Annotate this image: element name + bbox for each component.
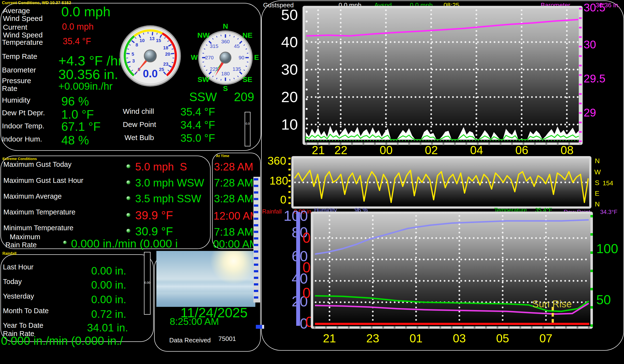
y-axis-right-label: 30.5 [584, 2, 605, 13]
pressure-rate-value: +0.009in./hr [58, 81, 113, 91]
status-led [127, 164, 130, 168]
svg-text:W: W [191, 53, 198, 61]
wind-chill-trend-bar: 0.0 [245, 112, 251, 146]
extreme-row-value: 30.9 °F [135, 226, 173, 237]
dew-pt-depr-label: Dew Pt Depr. [2, 109, 45, 117]
wind-y-label: 0 [280, 194, 286, 205]
svg-text:18: 18 [163, 45, 168, 50]
y-axis-label: 50 [269, 7, 298, 22]
temp-rate-label: Temp Rate [2, 52, 37, 60]
rain-rate-value: 0.000 in./min (0.000 in./ [1, 335, 123, 347]
x-axis-label: 05 [496, 333, 509, 344]
wind-right-label: N [595, 157, 600, 165]
svg-text:90: 90 [238, 55, 244, 60]
rain-scale-ticks [254, 178, 258, 301]
extreme-row-value: 3.5 mph SSW [135, 193, 201, 204]
wind-y-label: 360 [267, 155, 286, 166]
svg-text:45: 45 [234, 43, 239, 49]
x-axis-label: 21 [323, 333, 336, 344]
x-axis-label: 21 [312, 144, 325, 156]
indoor-temp-label: Indoor Temp. [2, 122, 45, 130]
temp-rate-value: +4.3 °F /hr [58, 54, 123, 68]
svg-text:SE: SE [242, 75, 252, 83]
green-dot-column [590, 215, 593, 327]
extreme-row-label: Maximum Temperature [3, 208, 75, 216]
wind-chill-label: Wind chill [123, 107, 154, 115]
svg-text:20: 20 [165, 52, 170, 57]
wet-bulb-value: 35.0 °F [181, 133, 215, 143]
humidity-temp-plot [311, 211, 593, 329]
indoor-hum-label: Indoor Hum. [2, 135, 42, 143]
time-value: 8:25:00 AM [170, 317, 219, 326]
x-axis-label: 04 [470, 144, 483, 156]
wind-right-label: W [594, 168, 601, 176]
indoor-temp-value: 67.1 °F [61, 121, 101, 133]
rain-gauge-bar: 0.00 [144, 252, 151, 315]
humidity-value: 96 % [61, 95, 89, 107]
x-axis-label: 03 [453, 333, 466, 344]
svg-text:SW: SW [197, 75, 209, 83]
extreme-row-label: Maximum Gust Today [3, 160, 72, 169]
rain-gauge-value: 0.00 [144, 281, 150, 285]
wind-chill-trend-value: 0.0 [246, 122, 250, 126]
sky-photo [156, 251, 255, 307]
extreme-row-value: 3.0 mph WSW [135, 178, 204, 188]
avg-wind-speed-label: AverageWind Speed [3, 7, 43, 22]
extreme-row-value: 39.9 °F [135, 209, 173, 221]
wind-right-label: S [595, 179, 599, 187]
wind-right-label: N [595, 200, 600, 208]
extreme-row-label: Maximum Gust Last Hour [3, 177, 83, 184]
svg-text:180: 180 [221, 71, 230, 76]
wind-tick-marks [288, 157, 291, 207]
extreme-row-time: 7:18 AM [214, 227, 253, 237]
svg-text:315: 315 [210, 43, 218, 49]
svg-text:135: 135 [233, 66, 241, 72]
y-axis-right-label: 30 [584, 39, 596, 50]
svg-text:5: 5 [131, 52, 134, 57]
current-wind-speed-label: CurrentWind Speed [3, 23, 43, 39]
y-axis-label: 40 [269, 34, 298, 50]
status-led [127, 213, 130, 217]
y-axis-label: 20 [269, 89, 298, 104]
extreme-row-value: 5.0 mph S [135, 161, 187, 172]
svg-text:NE: NE [242, 31, 253, 39]
data-received-count: 75001 [218, 335, 236, 343]
rain-row-value: 0.00 in. [91, 294, 126, 305]
weather-display-dashboard: Current Conditions, WD 10.37 S152 Extrem… [0, 0, 624, 364]
status-led [127, 229, 130, 233]
extreme-rain-rate-time: 00:00 AM [213, 239, 258, 249]
rain-row-label: Today [3, 278, 22, 286]
wind-speed-gauge: 035810131518202325 0.0 [119, 24, 182, 88]
barometer-value: 30.356 in. [58, 68, 118, 81]
x-axis-label: 01 [410, 333, 422, 344]
x-axis-label: 07 [539, 333, 552, 344]
at-time-title: At Time [216, 154, 229, 158]
dew-pt-depr-value: 1.0 °F [61, 108, 94, 121]
y-axis-label: 10 [269, 117, 298, 132]
wind-speed-gauge-value: 0.0 [119, 68, 182, 80]
humidity-axis-bar [296, 212, 300, 326]
svg-text:3: 3 [132, 58, 135, 63]
wind-right-value: 154 [603, 180, 613, 187]
half-hour-ticks [314, 326, 591, 329]
svg-text:13: 13 [149, 36, 155, 41]
rain-row-value: 0.72 in. [91, 309, 126, 319]
status-led [127, 196, 130, 200]
x-axis-label: 02 [425, 144, 438, 156]
wind-y-label: 180 [269, 175, 288, 186]
y-axis-right-label: 29 [584, 107, 596, 118]
gust-baro-plot [303, 6, 583, 145]
x-axis-label: 06 [515, 144, 528, 156]
wet-bulb-label: Wet Bulb [125, 134, 154, 142]
svg-text:225: 225 [210, 66, 218, 72]
x-axis-label: 22 [334, 144, 347, 156]
rain-row-value: 0.00 in. [91, 280, 126, 290]
svg-text:360: 360 [221, 39, 230, 44]
extreme-row-label: Minimum Temperature [3, 224, 74, 232]
svg-text:NW: NW [197, 31, 210, 39]
wind-direction-compass: 3604590135180225270315NNEESESSWWNW [190, 22, 261, 93]
svg-text:S: S [223, 84, 228, 92]
extreme-row-time: 3:28 AM [214, 161, 253, 172]
status-led [63, 241, 67, 244]
humidity-axis-label: 100 [279, 209, 308, 223]
